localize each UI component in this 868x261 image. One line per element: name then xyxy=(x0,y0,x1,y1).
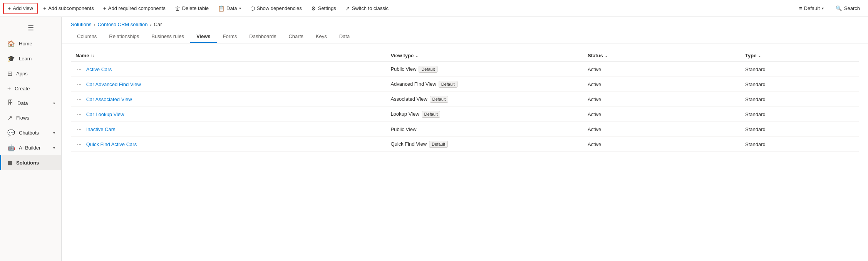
search-label: Search xyxy=(844,5,860,11)
cell-status-1: Active xyxy=(583,77,741,92)
toolbar-right: ≡ Default ▾ 🔍 Search xyxy=(795,3,865,13)
col-header-viewtype[interactable]: View type ⌄ xyxy=(386,50,583,62)
chatbots-icon: 💬 xyxy=(7,129,15,136)
tab-business-rules[interactable]: Business rules xyxy=(145,30,190,43)
content-area: Solutions › Contoso CRM solution › Car C… xyxy=(62,17,868,261)
tab-data[interactable]: Data xyxy=(333,30,356,43)
more-options-button-1[interactable]: ··· xyxy=(75,80,83,88)
hamburger-button[interactable]: ☰ xyxy=(0,20,61,36)
show-dependencies-label: Show dependencies xyxy=(257,5,302,11)
cell-type-2: Standard xyxy=(741,92,859,107)
switch-classic-button[interactable]: ↗ Switch to classic xyxy=(342,3,392,13)
breadcrumb-solutions[interactable]: Solutions xyxy=(71,22,91,27)
add-view-label: Add view xyxy=(13,5,33,11)
tab-charts[interactable]: Charts xyxy=(282,30,309,43)
tab-views[interactable]: Views xyxy=(190,30,217,43)
default-badge-3: Default xyxy=(422,111,441,118)
view-name-5: Quick Find Active Cars xyxy=(86,141,137,147)
cell-name-2: ···Car Associated View xyxy=(71,92,386,107)
data-icon: 📋 xyxy=(218,5,225,12)
data-button[interactable]: 📋 Data ▾ xyxy=(214,3,245,13)
table-row[interactable]: ···Quick Find Active CarsQuick Find View… xyxy=(71,137,859,152)
add-subcomponents-button[interactable]: + Add subcomponents xyxy=(39,3,98,13)
data-nav-icon: 🗄 xyxy=(7,100,13,106)
more-options-button-0[interactable]: ··· xyxy=(75,65,83,73)
delete-table-button[interactable]: 🗑 Delete table xyxy=(171,3,213,13)
more-options-button-3[interactable]: ··· xyxy=(75,110,83,118)
breadcrumb: Solutions › Contoso CRM solution › Car xyxy=(62,17,868,30)
sidebar-item-flows[interactable]: ↗ Flows xyxy=(0,110,61,125)
tab-forms[interactable]: Forms xyxy=(217,30,243,43)
cell-type-5: Standard xyxy=(741,137,859,152)
dep-icon: ⬡ xyxy=(250,5,255,12)
cell-status-5: Active xyxy=(583,137,741,152)
default-label: Default xyxy=(804,5,820,11)
list-icon: ≡ xyxy=(799,5,802,11)
col-header-type[interactable]: Type ⌄ xyxy=(741,50,859,62)
sidebar-item-apps[interactable]: ⊞ Apps xyxy=(0,66,61,81)
tab-columns[interactable]: Columns xyxy=(71,30,103,43)
breadcrumb-sep-1: › xyxy=(94,22,95,27)
cell-name-0: ···Active Cars xyxy=(71,62,386,77)
chevron-down-icon-ai: ▾ xyxy=(53,146,55,150)
sidebar: ☰ 🏠 Home 🎓 Learn ⊞ Apps + Create 🗄 Data … xyxy=(0,17,62,261)
main-layout: ☰ 🏠 Home 🎓 Learn ⊞ Apps + Create 🗄 Data … xyxy=(0,17,868,261)
col-header-status[interactable]: Status ⌄ xyxy=(583,50,741,62)
sidebar-item-solutions[interactable]: ◼ Solutions xyxy=(0,155,61,170)
cell-viewtype-5: Quick Find ViewDefault xyxy=(386,137,583,152)
sidebar-item-chatbots[interactable]: 💬 Chatbots ▾ xyxy=(0,125,61,140)
table-header-row: Name ↑↓ View type ⌄ Stat xyxy=(71,50,859,62)
view-name-3: Car Lookup View xyxy=(86,111,124,117)
cell-viewtype-1: Advanced Find ViewDefault xyxy=(386,77,583,92)
show-dependencies-button[interactable]: ⬡ Show dependencies xyxy=(246,3,306,13)
cell-name-3: ···Car Lookup View xyxy=(71,107,386,122)
tab-relationships[interactable]: Relationships xyxy=(103,30,145,43)
breadcrumb-crm[interactable]: Contoso CRM solution xyxy=(97,22,147,27)
tab-dashboards[interactable]: Dashboards xyxy=(243,30,282,43)
sidebar-item-data-label: Data xyxy=(17,100,28,106)
home-icon: 🏠 xyxy=(7,40,15,47)
sidebar-item-home-label: Home xyxy=(19,41,32,47)
table-row[interactable]: ···Car Associated ViewAssociated ViewDef… xyxy=(71,92,859,107)
sidebar-item-ai-builder[interactable]: 🤖 AI Builder ▾ xyxy=(0,140,61,155)
table-row[interactable]: ···Inactive CarsPublic ViewActiveStandar… xyxy=(71,122,859,137)
settings-label: Settings xyxy=(318,5,336,11)
default-badge-0: Default xyxy=(419,66,437,73)
delete-table-label: Delete table xyxy=(182,5,209,11)
chevron-down-icon-chatbots: ▾ xyxy=(53,131,55,135)
table-row[interactable]: ···Car Lookup ViewLookup ViewDefaultActi… xyxy=(71,107,859,122)
sidebar-item-create[interactable]: + Create xyxy=(0,81,61,96)
plus-icon-req: + xyxy=(103,5,106,12)
col-header-name[interactable]: Name ↑↓ xyxy=(71,50,386,62)
settings-button[interactable]: ⚙ Settings xyxy=(307,3,340,13)
add-view-button[interactable]: + Add view xyxy=(3,3,38,14)
cell-status-4: Active xyxy=(583,122,741,137)
cell-viewtype-4: Public View xyxy=(386,122,583,137)
more-options-button-5[interactable]: ··· xyxy=(75,140,83,148)
cell-status-0: Active xyxy=(583,62,741,77)
more-options-button-4[interactable]: ··· xyxy=(75,125,83,133)
more-options-button-2[interactable]: ··· xyxy=(75,95,83,103)
tab-keys[interactable]: Keys xyxy=(310,30,333,43)
cell-type-1: Standard xyxy=(741,77,859,92)
sidebar-item-data[interactable]: 🗄 Data ▾ xyxy=(0,96,61,110)
chevron-down-icon-data: ▾ xyxy=(53,101,55,105)
table-row[interactable]: ···Car Advanced Find ViewAdvanced Find V… xyxy=(71,77,859,92)
table-row[interactable]: ···Active CarsPublic ViewDefaultActiveSt… xyxy=(71,62,859,77)
ai-builder-icon: 🤖 xyxy=(7,144,15,151)
default-button[interactable]: ≡ Default ▾ xyxy=(795,3,828,13)
sort-icon-status: ⌄ xyxy=(605,53,608,58)
cell-type-3: Standard xyxy=(741,107,859,122)
cell-name-5: ···Quick Find Active Cars xyxy=(71,137,386,152)
search-button[interactable]: 🔍 Search xyxy=(831,3,865,13)
sidebar-item-learn[interactable]: 🎓 Learn xyxy=(0,51,61,66)
plus-icon: + xyxy=(8,5,11,12)
cell-type-4: Standard xyxy=(741,122,859,137)
apps-icon: ⊞ xyxy=(7,70,12,77)
add-required-button[interactable]: + Add required components xyxy=(99,3,169,13)
chevron-down-icon: ▾ xyxy=(239,6,241,10)
sidebar-item-home[interactable]: 🏠 Home xyxy=(0,36,61,51)
data-label: Data xyxy=(226,5,237,11)
sort-icon-viewtype: ⌄ xyxy=(415,53,418,58)
sort-icon-type: ⌄ xyxy=(758,53,761,58)
